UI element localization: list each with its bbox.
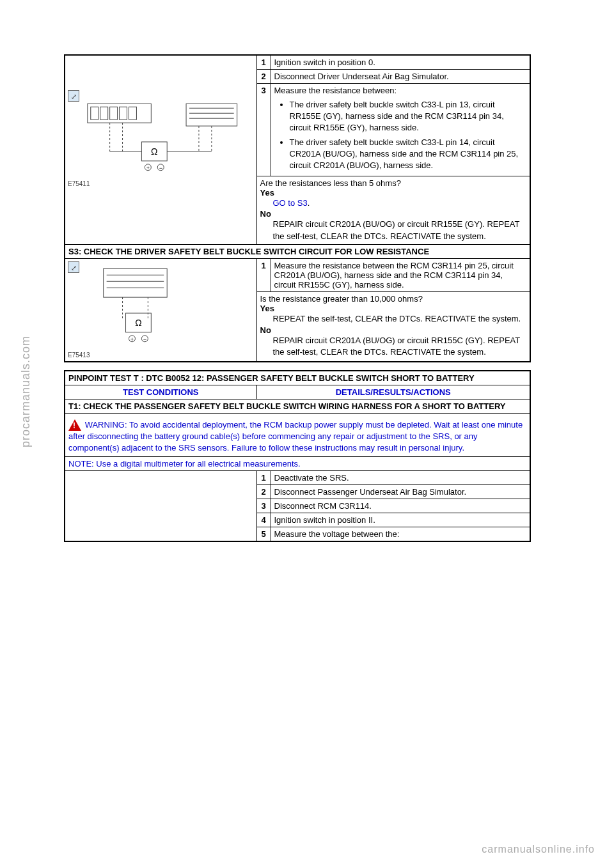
warning-icon	[68, 419, 81, 431]
step-number: 1	[256, 258, 271, 292]
svg-text:+: +	[146, 165, 150, 171]
watermark-left: procarmanuals.com	[19, 336, 33, 447]
result-cell: Are the resistances less than 5 ohms? Ye…	[256, 176, 530, 245]
note-text: NOTE: Use a digital multimeter for all e…	[68, 459, 301, 469]
step-number: 2	[256, 484, 271, 499]
yes-action-text: REPEAT the self-test, CLEAR the DTCs. RE…	[273, 313, 527, 325]
step-text: Measure the voltage between the:	[271, 527, 530, 541]
svg-rect-6	[186, 104, 237, 126]
step-number: 3	[256, 84, 271, 176]
step-number: 2	[256, 70, 271, 84]
warning-text: WARNING: To avoid accidental deployment,…	[68, 420, 523, 453]
expand-icon[interactable]: ⤢	[68, 90, 79, 102]
diagram-label: E75413	[68, 352, 90, 359]
step-text: Measure the resistance between the RCM C…	[271, 258, 530, 292]
result-cell: Is the resistance greater than 10,000 oh…	[256, 292, 530, 362]
step-header-t1: T1: CHECK THE PASSENGER SAFETY BELT BUCK…	[65, 399, 530, 413]
step-number: 1	[256, 55, 271, 70]
svg-text:−: −	[159, 165, 162, 171]
pinpoint-header: PINPOINT TEST T : DTC B0052 12: PASSENGE…	[65, 371, 530, 385]
svg-text:Ω: Ω	[135, 318, 141, 328]
step-text: Measure the resistance between: The driv…	[271, 84, 530, 176]
no-label: No	[260, 209, 271, 219]
svg-rect-2	[100, 107, 108, 120]
note-cell: NOTE: Use a digital multimeter for all e…	[65, 456, 530, 470]
column-header-conditions: TEST CONDITIONS	[65, 385, 256, 399]
step-text: Deactivate the SRS.	[271, 470, 530, 484]
expand-icon[interactable]: ⤢	[68, 261, 79, 273]
svg-text:Ω: Ω	[151, 146, 157, 157]
page-content: ⤢	[64, 54, 531, 550]
no-action-text: REPAIR circuit CR201A (BU/OG) or circuit…	[273, 335, 527, 358]
empty-left	[65, 470, 256, 541]
bullet-item: The driver safety belt buckle switch C33…	[290, 99, 527, 134]
no-label: No	[260, 325, 271, 335]
step-text: Ignition switch in position 0.	[271, 55, 530, 70]
step-text: Disconnect Passenger Underseat Air Bag S…	[271, 484, 530, 499]
diagnostic-table-pinpoint-t: PINPOINT TEST T : DTC B0052 12: PASSENGE…	[64, 370, 531, 542]
diagram-e75413: ⤢ Ω + − E75413	[65, 259, 256, 361]
step-number: 5	[256, 527, 271, 541]
watermark-bottom: carmanualsonline.info	[482, 844, 595, 855]
step-text: Ignition switch in position II.	[271, 513, 530, 527]
goto-link[interactable]: GO to S3	[273, 198, 308, 208]
yes-label: Yes	[260, 188, 274, 198]
no-action-text: REPAIR circuit CR201A (BU/OG) or circuit…	[273, 219, 527, 242]
svg-text:+: +	[130, 336, 134, 342]
diagram-e75411: ⤢	[65, 88, 256, 190]
yes-label: Yes	[260, 304, 274, 313]
bullet-item: The driver safety belt buckle switch C33…	[290, 137, 527, 172]
svg-rect-4	[120, 107, 127, 120]
step-number: 4	[256, 513, 271, 527]
svg-rect-3	[110, 107, 118, 120]
diagram-label: E75411	[68, 180, 90, 187]
step-number: 3	[256, 499, 271, 513]
svg-text:−: −	[143, 336, 146, 342]
warning-cell: WARNING: To avoid accidental deployment,…	[65, 413, 530, 456]
svg-rect-1	[91, 107, 98, 120]
step-text: Disconnect RCM C3R114.	[271, 499, 530, 513]
step-header-s3: S3: CHECK THE DRIVER SAFETY BELT BUCKLE …	[65, 244, 530, 258]
step-text: Disconnect Driver Underseat Air Bag Simu…	[271, 70, 530, 84]
diagnostic-table-s2-s3: ⤢	[64, 54, 531, 362]
column-header-details: DETAILS/RESULTS/ACTIONS	[256, 385, 530, 399]
step-number: 1	[256, 470, 271, 484]
svg-rect-22	[104, 268, 168, 297]
svg-rect-5	[129, 107, 137, 120]
